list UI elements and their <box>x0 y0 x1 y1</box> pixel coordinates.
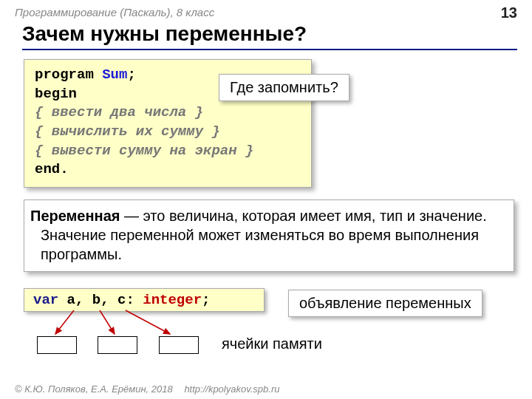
page-number: 13 <box>501 4 517 21</box>
code-semi: ; <box>127 66 135 83</box>
cells-label: ячейки памяти <box>222 335 322 352</box>
code-comment-1: { ввести два числа } <box>35 103 301 123</box>
svg-line-2 <box>126 310 170 334</box>
code-kw-program: program <box>35 66 102 83</box>
svg-line-1 <box>100 310 115 334</box>
code-ident-sum: Sum <box>102 66 127 83</box>
code-comment-2: { вычислить их сумму } <box>35 123 301 142</box>
var-names: a, b, c <box>67 292 126 308</box>
footer: © К.Ю. Поляков, Е.А. Ерёмин, 2018 http:/… <box>15 383 279 395</box>
definition-term: Переменная <box>30 208 120 224</box>
definition-box: Переменная — это величина, которая имеет… <box>24 200 514 272</box>
callout-question: Где запомнить? <box>219 74 349 101</box>
footer-url: http://kpolyakov.spb.ru <box>184 383 279 395</box>
footer-authors: © К.Ю. Поляков, Е.А. Ерёмин, 2018 <box>15 383 173 395</box>
var-type: integer <box>143 292 202 308</box>
breadcrumb: Программирование (Паскаль), 8 класс <box>15 6 214 18</box>
var-kw: var <box>33 292 67 308</box>
var-declaration-box: var a, b, c: integer; <box>24 288 265 312</box>
code-kw-end: end. <box>35 160 301 180</box>
var-colon: : <box>126 292 143 308</box>
var-semi: ; <box>202 292 210 308</box>
svg-line-0 <box>55 310 74 334</box>
memory-cell <box>98 336 137 354</box>
memory-cell <box>37 336 77 354</box>
callout-declaration: объявление переменных <box>288 290 482 317</box>
memory-cells <box>37 336 216 354</box>
memory-cell <box>159 336 199 354</box>
slide-title: Зачем нужны переменные? <box>22 22 517 50</box>
code-comment-3: { вывести сумму на экран } <box>35 142 301 161</box>
